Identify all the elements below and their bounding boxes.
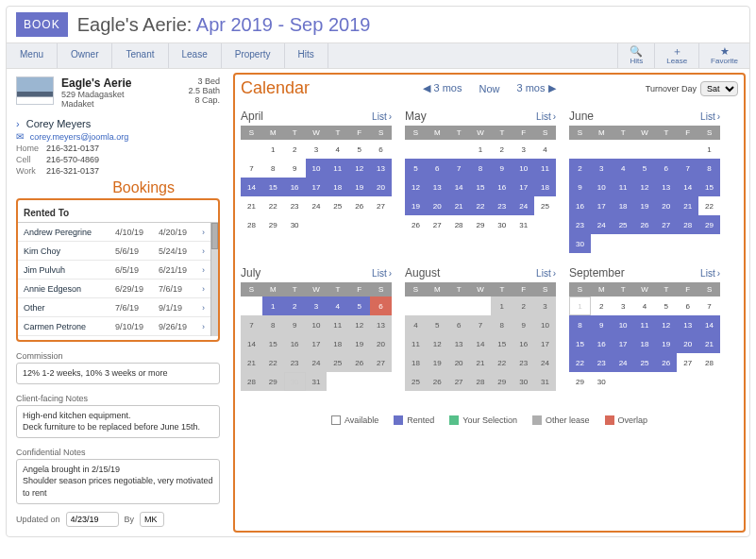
- day-cell[interactable]: 17: [306, 334, 328, 353]
- day-cell[interactable]: 19: [405, 196, 427, 215]
- day-cell[interactable]: 21: [698, 334, 720, 353]
- day-cell[interactable]: 22: [262, 196, 284, 215]
- month-list-link[interactable]: List ›: [536, 268, 556, 279]
- day-cell[interactable]: 17: [512, 178, 534, 196]
- day-cell[interactable]: 31: [306, 372, 328, 391]
- day-cell[interactable]: 7: [470, 315, 492, 334]
- day-cell[interactable]: 30: [284, 215, 306, 234]
- day-cell[interactable]: 5: [348, 296, 370, 315]
- day-cell[interactable]: 18: [327, 178, 348, 196]
- day-cell[interactable]: 9: [491, 159, 512, 178]
- day-cell[interactable]: 29: [569, 372, 591, 391]
- day-cell[interactable]: 3: [306, 140, 328, 159]
- day-cell[interactable]: 24: [306, 353, 328, 372]
- day-cell[interactable]: 27: [655, 215, 677, 234]
- day-cell[interactable]: 7: [241, 315, 262, 334]
- day-cell[interactable]: 13: [448, 334, 470, 353]
- day-cell[interactable]: 15: [262, 334, 284, 353]
- day-cell[interactable]: 22: [569, 353, 591, 372]
- day-cell[interactable]: 19: [348, 178, 370, 196]
- day-cell[interactable]: 14: [470, 334, 492, 353]
- day-cell[interactable]: 12: [405, 178, 427, 196]
- day-cell[interactable]: 28: [698, 353, 720, 372]
- day-cell[interactable]: 29: [698, 215, 720, 234]
- day-cell[interactable]: 16: [491, 178, 512, 196]
- day-cell[interactable]: 16: [284, 178, 306, 196]
- day-cell[interactable]: 19: [634, 196, 656, 215]
- day-cell[interactable]: 29: [470, 215, 492, 234]
- day-cell[interactable]: 27: [448, 372, 470, 391]
- day-cell[interactable]: 22: [262, 353, 284, 372]
- day-cell[interactable]: 8: [698, 159, 720, 178]
- day-cell[interactable]: 30: [491, 215, 512, 234]
- day-cell[interactable]: 19: [348, 334, 370, 353]
- day-cell[interactable]: 19: [427, 353, 448, 372]
- day-cell[interactable]: 20: [655, 196, 677, 215]
- day-cell[interactable]: 23: [512, 353, 534, 372]
- day-cell[interactable]: 29: [491, 372, 512, 391]
- day-cell[interactable]: 24: [591, 215, 613, 234]
- day-cell[interactable]: 20: [448, 353, 470, 372]
- day-cell[interactable]: 20: [370, 178, 392, 196]
- day-cell[interactable]: 11: [405, 334, 427, 353]
- day-cell[interactable]: 15: [262, 178, 284, 196]
- day-cell[interactable]: 10: [613, 315, 634, 334]
- day-cell[interactable]: 20: [427, 196, 448, 215]
- day-cell[interactable]: 1: [698, 140, 720, 159]
- day-cell[interactable]: 13: [370, 315, 392, 334]
- contact-email-row[interactable]: ✉ corey.meyers@joomla.org: [16, 131, 220, 142]
- day-cell[interactable]: 4: [613, 159, 634, 178]
- day-cell[interactable]: 18: [613, 196, 634, 215]
- month-list-link[interactable]: List ›: [536, 111, 556, 122]
- day-cell[interactable]: 20: [677, 334, 698, 353]
- day-cell[interactable]: 22: [491, 353, 512, 372]
- day-cell[interactable]: 27: [370, 353, 392, 372]
- day-cell[interactable]: 26: [348, 353, 370, 372]
- day-cell[interactable]: 6: [370, 140, 392, 159]
- day-cell[interactable]: 25: [534, 196, 556, 215]
- turnover-select[interactable]: Sat: [700, 81, 738, 96]
- day-cell[interactable]: 10: [512, 159, 534, 178]
- day-cell[interactable]: 9: [591, 315, 613, 334]
- day-cell[interactable]: 21: [470, 353, 492, 372]
- day-cell[interactable]: 23: [284, 353, 306, 372]
- day-cell[interactable]: 18: [405, 353, 427, 372]
- day-cell[interactable]: 10: [534, 315, 556, 334]
- day-cell[interactable]: 25: [613, 215, 634, 234]
- day-cell[interactable]: 11: [534, 159, 556, 178]
- day-cell[interactable]: 15: [470, 178, 492, 196]
- day-cell[interactable]: 13: [655, 178, 677, 196]
- day-cell[interactable]: 16: [284, 334, 306, 353]
- day-cell[interactable]: 24: [512, 196, 534, 215]
- commission-field[interactable]: 12% 1-2 weeks, 10% 3 weeks or more: [16, 363, 220, 384]
- day-cell[interactable]: 27: [427, 215, 448, 234]
- day-cell[interactable]: 1: [262, 296, 284, 315]
- day-cell[interactable]: 26: [405, 215, 427, 234]
- day-cell[interactable]: 9: [284, 315, 306, 334]
- month-list-link[interactable]: List ›: [700, 268, 720, 279]
- day-cell[interactable]: 18: [534, 178, 556, 196]
- day-cell[interactable]: 14: [241, 178, 262, 196]
- booking-row[interactable]: Kim Choy5/6/195/24/19›: [18, 242, 210, 261]
- day-cell[interactable]: 19: [655, 334, 677, 353]
- day-cell[interactable]: 10: [591, 178, 613, 196]
- client-notes-field[interactable]: High-end kitchen equipment.Deck furnitur…: [16, 405, 220, 438]
- day-cell[interactable]: 1: [491, 296, 512, 315]
- day-cell[interactable]: 25: [327, 353, 348, 372]
- day-cell[interactable]: 5: [405, 159, 427, 178]
- day-cell[interactable]: 30: [569, 234, 591, 253]
- day-cell[interactable]: 6: [448, 315, 470, 334]
- conf-notes-field[interactable]: Angela brought in 2/15/19Shoulder season…: [16, 459, 220, 504]
- toolbar-favorite[interactable]: ★Favorite: [698, 43, 749, 68]
- day-cell[interactable]: 31: [512, 215, 534, 234]
- day-cell[interactable]: 3: [613, 296, 634, 315]
- tab-property[interactable]: Property: [222, 43, 285, 68]
- day-cell[interactable]: 21: [241, 196, 262, 215]
- day-cell[interactable]: 14: [698, 315, 720, 334]
- day-cell[interactable]: 27: [370, 196, 392, 215]
- day-cell[interactable]: 16: [569, 196, 591, 215]
- day-cell[interactable]: 22: [470, 196, 492, 215]
- day-cell[interactable]: 14: [241, 334, 262, 353]
- day-cell[interactable]: 11: [613, 178, 634, 196]
- tab-lease[interactable]: Lease: [169, 43, 222, 68]
